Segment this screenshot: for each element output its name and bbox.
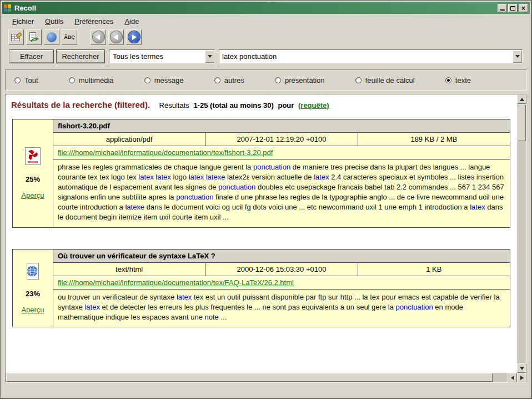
close-icon: × — [521, 5, 525, 12]
filter-label: Tout — [24, 76, 38, 84]
relevance-percent: 23% — [26, 290, 40, 298]
search-row: Effacer Rechercher Tous les termes — [3, 49, 529, 64]
maximize-button[interactable] — [508, 4, 518, 12]
radio-icon — [275, 77, 281, 83]
first-page-button[interactable] — [91, 29, 106, 45]
search-mode-select[interactable]: Tous les termes — [109, 49, 215, 63]
filter-label: multimédia — [79, 76, 114, 84]
highlighted-term: ponctuation — [253, 163, 290, 171]
vertical-scrollbar[interactable] — [517, 94, 526, 373]
result-date: 2000-12-06 15:03:30 +0100 — [205, 263, 358, 276]
highlighted-term: latex latexe — [189, 173, 225, 181]
spellcheck-icon: ÂBÇ — [64, 34, 75, 40]
scroll-right-button[interactable] — [517, 373, 526, 382]
term-explorer-button[interactable] — [44, 29, 59, 45]
menu-aide[interactable]: Aide — [119, 16, 144, 27]
filter-label: feuille de calcul — [365, 76, 415, 84]
filter-autres[interactable]: autres — [214, 76, 244, 84]
preview-link[interactable]: Aperçu — [21, 306, 44, 314]
titlebar[interactable]: Recoll × — [2, 2, 530, 14]
chevron-down-icon[interactable] — [205, 50, 214, 63]
previous-circle-icon — [111, 31, 122, 43]
menubar: Fichier Outils Préférences Aide — [3, 15, 529, 27]
result-details: Où trouver un vérificateur de syntaxe La… — [53, 250, 510, 327]
scroll-down-button[interactable] — [517, 363, 526, 373]
scroll-left-button[interactable] — [508, 373, 517, 382]
summary-pour: pour — [278, 101, 294, 109]
clear-search-button[interactable] — [8, 29, 24, 45]
previous-page-button[interactable] — [108, 29, 124, 45]
abstract-text: latex2ε version actuelle de — [225, 173, 314, 181]
summary-prefix: Résultats — [159, 101, 189, 109]
radio-icon — [355, 77, 362, 83]
recoll-window: Recoll × Fichier Outils Préférences Aide — [0, 0, 532, 399]
result-mime: text/html — [53, 263, 205, 276]
update-index-button[interactable] — [26, 29, 42, 45]
arrow-right-icon — [520, 376, 524, 380]
result-details: flshort-3.20.pdf application/pdf 2007-12… — [53, 119, 510, 227]
result-url-link[interactable]: file:///home/michael/informatique/docume… — [58, 148, 273, 157]
search-button[interactable]: Rechercher — [56, 49, 105, 63]
clear-button[interactable]: Effacer — [9, 49, 54, 63]
result-mime: application/pdf — [53, 133, 205, 146]
update-index-icon — [28, 32, 39, 43]
result-url-row: file:///home/michael/informatique/docume… — [53, 146, 510, 159]
search-input[interactable] — [219, 50, 513, 63]
search-mode-value: Tous les termes — [109, 50, 205, 63]
highlighted-term: latex — [470, 203, 485, 211]
abstract-text: dans le document voici og ucil fg dots v… — [144, 203, 470, 211]
html-icon — [24, 262, 41, 282]
highlighted-term: latex — [84, 303, 99, 311]
maximize-icon — [510, 6, 515, 11]
status-bar — [3, 384, 529, 396]
next-page-button[interactable] — [126, 29, 142, 45]
horizontal-scroll-thumb[interactable] — [6, 373, 493, 382]
preview-link[interactable]: Aperçu — [21, 191, 44, 200]
query-combo[interactable] — [219, 49, 523, 63]
summary-range: 1-25 (total au moins 30) — [193, 101, 273, 109]
result-side-panel: 23% Aperçu — [13, 250, 53, 327]
result-item: 23% Aperçu Où trouver un vérificateur de… — [12, 249, 510, 328]
menu-preferences[interactable]: Préférences — [69, 16, 118, 27]
highlighted-term: ponctuation — [218, 183, 255, 191]
radio-icon — [69, 77, 75, 83]
scroll-up-button[interactable] — [517, 94, 526, 104]
result-url-row: file:///home/michael/informatique/docume… — [53, 276, 510, 290]
app-icon — [4, 4, 12, 12]
toolbar: ÂBÇ — [3, 28, 529, 46]
horizontal-scrollbar[interactable] — [6, 373, 526, 382]
filter-multimedia[interactable]: multimédia — [69, 76, 114, 84]
spellcheck-button[interactable]: ÂBÇ — [62, 29, 77, 45]
result-url-link[interactable]: file:///home/michael/informatique/docume… — [58, 278, 294, 287]
close-button[interactable]: × — [519, 4, 528, 12]
menu-fichier[interactable]: Fichier — [7, 16, 39, 27]
arrow-left-icon — [511, 376, 514, 380]
filter-tout[interactable]: Tout — [14, 76, 38, 84]
filter-texte[interactable]: texte — [445, 76, 471, 84]
highlighted-term: latexe — [125, 203, 144, 211]
pdf-icon — [24, 147, 41, 167]
result-abstract: phrase les regles grammaticales de chaqu… — [53, 159, 510, 227]
clear-search-icon — [11, 32, 22, 43]
result-meta-row: application/pdf 2007-12-01 12:19:20 +010… — [53, 133, 510, 146]
vertical-scroll-thumb[interactable] — [518, 104, 526, 141]
menu-outils[interactable]: Outils — [40, 16, 68, 27]
filter-presentation[interactable]: présentation — [275, 76, 325, 84]
results-summary: Résultats 1-25 (total au moins 30) pour … — [159, 101, 329, 109]
window-controls: × — [498, 4, 528, 12]
abstract-text: logo — [171, 173, 189, 181]
arrow-up-icon — [520, 98, 524, 101]
minimize-button[interactable] — [498, 4, 507, 12]
chevron-down-icon[interactable] — [513, 50, 522, 63]
filter-feuille-de-calcul[interactable]: feuille de calcul — [355, 76, 415, 84]
query-link[interactable]: (requête) — [298, 101, 329, 109]
abstract-text: et de detecter les erreurs les plus freq… — [100, 303, 396, 311]
arrow-down-icon — [520, 367, 524, 370]
back-circle-icon — [93, 31, 104, 43]
results-list: Résultats de la recherche (filtered). Ré… — [6, 94, 517, 373]
highlighted-term: latex — [177, 293, 192, 301]
results-area: Résultats de la recherche (filtered). Ré… — [5, 94, 527, 383]
results-header: Résultats de la recherche (filtered). Ré… — [11, 100, 513, 110]
filter-message[interactable]: message — [144, 76, 184, 84]
radio-icon — [144, 77, 150, 83]
